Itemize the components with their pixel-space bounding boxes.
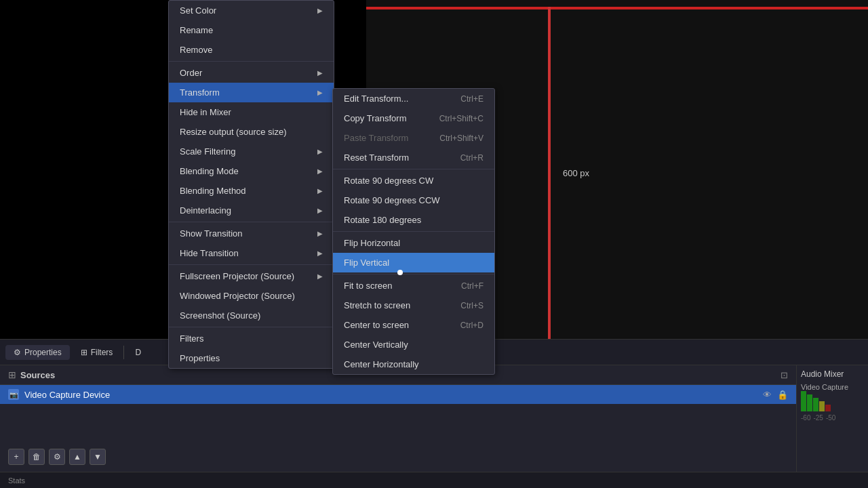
sources-header-icon: ⊞ <box>8 369 16 380</box>
menu-fullscreen-projector[interactable]: Fullscreen Projector (Source) ▶ <box>169 266 334 286</box>
menu-remove[interactable]: Remove <box>169 40 334 60</box>
hide-transition-label: Hide Transition <box>180 248 239 258</box>
menu-center-vertically[interactable]: Center Vertically <box>333 335 494 354</box>
move-down-button[interactable]: ▼ <box>90 449 106 465</box>
stretch-to-screen-label: Stretch to screen <box>344 300 410 310</box>
menu-transform[interactable]: Transform ▶ <box>169 83 334 102</box>
menu-screenshot[interactable]: Screenshot (Source) <box>169 306 334 325</box>
tab-properties-label: Properties <box>24 348 62 357</box>
blending-method-label: Blending Method <box>180 186 246 196</box>
menu-center-to-screen[interactable]: Center to screen Ctrl+D <box>333 315 494 335</box>
tab-d[interactable]: D <box>127 345 149 360</box>
main-context-menu: Set Color ▶ Rename Remove Order ▶ Transf… <box>168 0 334 369</box>
menu-set-color[interactable]: Set Color ▶ <box>169 1 334 20</box>
transform-arrow: ▶ <box>317 89 323 96</box>
rotate-cw-label: Rotate 90 degrees CW <box>344 176 433 186</box>
source-item-video[interactable]: 📷 Video Capture Device 👁 🔒 <box>0 385 796 404</box>
menu-order[interactable]: Order ▶ <box>169 63 334 83</box>
remove-label: Remove <box>180 45 212 55</box>
rotate-ccw-label: Rotate 90 degrees CCW <box>344 195 440 205</box>
menu-filters[interactable]: Filters <box>169 329 334 348</box>
menu-rename[interactable]: Rename <box>169 20 334 40</box>
menu-flip-vertical[interactable]: Flip Vertical <box>333 253 494 272</box>
audio-mixer-title: Audio Mixer <box>801 369 864 379</box>
fullscreen-projector-label: Fullscreen Projector (Source) <box>180 271 294 281</box>
tab-filters-label: Filters <box>91 348 113 357</box>
add-source-button[interactable]: + <box>8 449 24 465</box>
menu-deinterlacing[interactable]: Deinterlacing ▶ <box>169 201 334 220</box>
audio-mixer-panel: Audio Mixer Video Capture -60-25-50 <box>797 365 868 488</box>
tab-filters[interactable]: ⊞ Filters <box>73 345 121 360</box>
menu-flip-horizontal[interactable]: Flip Horizontal <box>333 233 494 253</box>
properties-icon: ⚙ <box>14 348 21 357</box>
transform-divider-3 <box>333 274 494 274</box>
scale-filtering-arrow: ▶ <box>317 148 323 155</box>
menu-paste-transform[interactable]: Paste Transform Ctrl+Shift+V <box>333 128 494 148</box>
blending-method-arrow: ▶ <box>317 187 323 195</box>
move-up-button[interactable]: ▲ <box>69 449 85 465</box>
menu-hide-in-mixer[interactable]: Hide in Mixer <box>169 102 334 122</box>
filters-tab-icon: ⊞ <box>81 348 87 357</box>
paste-transform-shortcut: Ctrl+Shift+V <box>439 134 484 143</box>
menu-divider-3 <box>169 264 334 265</box>
rotate-180-label: Rotate 180 degrees <box>344 215 421 225</box>
visibility-icon[interactable]: 👁 <box>763 390 772 400</box>
windowed-projector-label: Windowed Projector (Source) <box>180 291 295 301</box>
menu-blending-method[interactable]: Blending Method ▶ <box>169 181 334 201</box>
center-horizontally-label: Center Horizontally <box>344 359 419 369</box>
menu-windowed-projector[interactable]: Windowed Projector (Source) <box>169 286 334 306</box>
transform-label: Transform <box>180 87 220 98</box>
show-transition-label: Show Transition <box>180 228 243 239</box>
lock-icon[interactable]: 🔒 <box>777 390 788 400</box>
transform-submenu: Edit Transform... Ctrl+E Copy Transform … <box>332 88 495 375</box>
copy-transform-label: Copy Transform <box>344 113 406 123</box>
menu-reset-transform[interactable]: Reset Transform Ctrl+R <box>333 148 494 167</box>
flip-vertical-label: Flip Vertical <box>344 258 389 268</box>
center-to-screen-shortcut: Ctrl+D <box>460 321 484 330</box>
flip-horizontal-label: Flip Horizontal <box>344 238 400 248</box>
blending-mode-arrow: ▶ <box>317 167 323 175</box>
screenshot-label: Screenshot (Source) <box>180 310 260 321</box>
menu-rotate-180[interactable]: Rotate 180 degrees <box>333 210 494 230</box>
menu-stretch-to-screen[interactable]: Stretch to screen Ctrl+S <box>333 296 494 315</box>
video-capture-label: Video Capture Device <box>24 390 110 400</box>
menu-copy-transform[interactable]: Copy Transform Ctrl+Shift+C <box>333 108 494 128</box>
audio-labels: -60-25-50 <box>801 414 864 422</box>
order-label: Order <box>180 68 202 78</box>
settings-source-button[interactable]: ⚙ <box>49 449 65 465</box>
menu-rotate-ccw[interactable]: Rotate 90 degrees CCW <box>333 190 494 210</box>
transform-divider-2 <box>333 231 494 232</box>
sources-bottom-controls: + 🗑 ⚙ ▲ ▼ <box>0 443 114 470</box>
delete-source-button[interactable]: 🗑 <box>28 449 45 465</box>
preview-border-top <box>366 7 868 9</box>
sources-expand-icon[interactable]: ⊡ <box>781 370 788 380</box>
menu-edit-transform[interactable]: Edit Transform... Ctrl+E <box>333 89 494 108</box>
hide-in-mixer-label: Hide in Mixer <box>180 107 231 117</box>
menu-divider-4 <box>169 327 334 327</box>
menu-blending-mode[interactable]: Blending Mode ▶ <box>169 161 334 181</box>
preview-border-side <box>548 7 551 339</box>
menu-scale-filtering[interactable]: Scale Filtering ▶ <box>169 142 334 161</box>
order-arrow: ▶ <box>317 69 323 77</box>
hide-transition-arrow: ▶ <box>317 249 323 257</box>
audio-bar <box>801 391 864 411</box>
menu-show-transition[interactable]: Show Transition ▶ <box>169 224 334 243</box>
tab-properties[interactable]: ⚙ Properties <box>5 345 70 360</box>
tab-divider <box>123 346 124 359</box>
transform-divider-1 <box>333 169 494 169</box>
menu-properties[interactable]: Properties <box>169 348 334 368</box>
edit-transform-label: Edit Transform... <box>344 94 408 104</box>
set-color-label: Set Color <box>180 5 216 16</box>
px-label: 600 px <box>563 168 589 178</box>
menu-center-horizontally[interactable]: Center Horizontally <box>333 354 494 374</box>
menu-divider-2 <box>169 222 334 222</box>
deinterlacing-label: Deinterlacing <box>180 205 231 216</box>
menu-resize-output[interactable]: Resize output (source size) <box>169 122 334 142</box>
sources-panel: ⊞ Sources ⊡ 📷 Video Capture Device 👁 🔒 <box>0 365 797 488</box>
menu-hide-transition[interactable]: Hide Transition ▶ <box>169 243 334 263</box>
menu-rotate-cw[interactable]: Rotate 90 degrees CW <box>333 171 494 190</box>
menu-fit-to-screen[interactable]: Fit to screen Ctrl+F <box>333 276 494 296</box>
center-to-screen-label: Center to screen <box>344 320 409 330</box>
reset-transform-label: Reset Transform <box>344 152 409 163</box>
menu-divider-1 <box>169 61 334 62</box>
